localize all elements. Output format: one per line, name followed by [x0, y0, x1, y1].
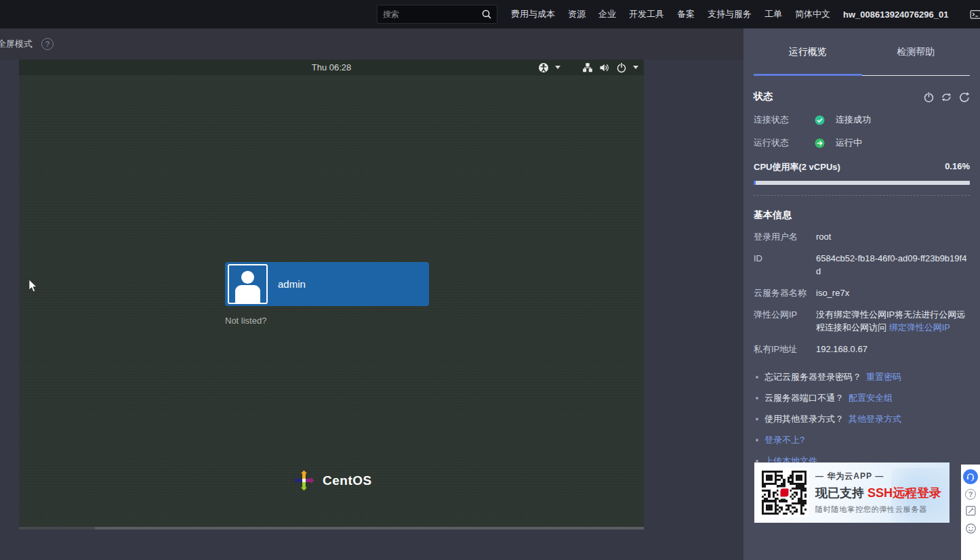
- gnome-top-bar: Thu 06:28: [19, 60, 644, 75]
- nav-enterprise[interactable]: 企业: [598, 8, 616, 20]
- server-id-value: 6584cb52-fb18-46f0-ad09-ff23b9b19f4d: [816, 252, 970, 278]
- volume-icon[interactable]: [599, 62, 610, 73]
- info-row-eip: 弹性公网IP 没有绑定弹性公网IP将无法进行公网远程连接和公网访问 绑定弹性公网…: [754, 308, 970, 334]
- list-item: 云服务器端口不通？ 配置安全组: [754, 392, 970, 404]
- connection-status-value: 连接成功: [836, 114, 871, 126]
- network-icon[interactable]: [582, 62, 593, 73]
- info-row-id: ID 6584cb52-fb18-46f0-ad09-ff23b9b19f4d: [754, 252, 970, 278]
- centos-branding: CentOS: [293, 470, 372, 491]
- info-row-private-ip: 私有IP地址 192.168.0.67: [754, 343, 970, 356]
- power-icon[interactable]: [616, 62, 627, 73]
- other-login-link[interactable]: 其他登录方式: [849, 413, 901, 425]
- huawei-app-banner[interactable]: — 华为云APP — 现已支持SSH远程登录 随时随地掌控您的弹性云服务器: [754, 462, 950, 523]
- feedback-form-icon[interactable]: [964, 504, 977, 517]
- huawei-cloud-console: 费用与成本 资源 企业 开发工具 备案 支持与服务 工单 简体中文 hw_008…: [0, 0, 980, 560]
- basic-info-heading: 基本信息: [754, 209, 792, 221]
- server-name-value: iso_re7x: [816, 286, 849, 299]
- status-row-connection: 连接状态 连接成功: [754, 114, 970, 126]
- gnome-status-icons: [538, 60, 638, 75]
- login-username-value: root: [816, 230, 831, 243]
- run-status-value: 运行中: [836, 137, 862, 149]
- connection-status-label: 连接状态: [754, 114, 815, 126]
- private-ip-value: 192.168.0.67: [816, 343, 867, 356]
- cannot-login-link[interactable]: 登录不上?: [764, 434, 804, 446]
- status-heading: 状态: [754, 91, 773, 103]
- list-item: 登录不上?: [754, 434, 970, 446]
- nav-language[interactable]: 简体中文: [795, 8, 830, 20]
- account-name[interactable]: hw_008613924076296_01: [843, 9, 948, 20]
- huawei-logo-icon: [779, 487, 790, 498]
- refresh-action-icon[interactable]: [958, 91, 970, 103]
- status-actions: [923, 91, 970, 103]
- tab-run-overview[interactable]: 运行概览: [754, 28, 862, 76]
- success-check-icon: [815, 115, 825, 125]
- search-input[interactable]: [377, 9, 481, 19]
- info-row-server-name: 云服务器名称 iso_re7x: [754, 286, 970, 299]
- run-status-label: 运行状态: [754, 137, 815, 149]
- cpu-usage-value: 0.16%: [945, 161, 970, 173]
- nav-billing[interactable]: 费用与成本: [511, 8, 555, 20]
- satisfaction-smiley-icon[interactable]: [964, 522, 977, 535]
- cpu-usage-row: CPU使用率(2 vCPUs) 0.16%: [754, 161, 970, 173]
- customer-service-icon[interactable]: [963, 469, 978, 484]
- vnc-screen[interactable]: Thu 06:28: [19, 60, 644, 527]
- qr-code: [760, 469, 809, 517]
- scrollbar-thumb[interactable]: [19, 527, 95, 530]
- fullscreen-help-icon[interactable]: ?: [41, 38, 54, 50]
- status-row-running: 运行状态 运行中: [754, 137, 970, 149]
- chevron-down-icon[interactable]: [555, 66, 560, 69]
- cpu-usage-bar: [754, 181, 970, 185]
- running-arrow-icon: [815, 138, 825, 148]
- info-row-username: 登录用户名 root: [754, 230, 970, 243]
- search-box[interactable]: [377, 5, 497, 24]
- security-group-link[interactable]: 配置安全组: [849, 392, 893, 404]
- tab-detect-help[interactable]: 检测帮助: [862, 28, 971, 76]
- vnc-toolbar: 全屏模式 ?: [0, 28, 743, 60]
- user-avatar-icon: [228, 264, 268, 304]
- user-tile-name: admin: [278, 278, 306, 290]
- cpu-usage-label: CPU使用率(2 vCPUs): [754, 161, 840, 173]
- not-listed-link[interactable]: Not listed?: [225, 316, 266, 326]
- banner-app-label: — 华为云APP —: [815, 471, 941, 482]
- fullscreen-mode-label[interactable]: 全屏模式: [0, 38, 33, 50]
- accessibility-icon[interactable]: [538, 62, 549, 73]
- topbar-icons: 6: [970, 9, 980, 20]
- cpu-usage-fill: [754, 181, 756, 185]
- banner-subline: 随时随地掌控您的弹性云服务器: [815, 504, 941, 515]
- panel-tabs: 运行概览 检测帮助: [754, 28, 970, 76]
- list-item: 忘记云服务器登录密码？ 重置密码: [754, 371, 970, 383]
- user-tile-admin[interactable]: admin: [225, 262, 429, 306]
- centos-logo-text: CentOS: [323, 473, 372, 488]
- nav-ticket[interactable]: 工单: [764, 8, 782, 20]
- top-bar: 费用与成本 资源 企业 开发工具 备案 支持与服务 工单 简体中文 hw_008…: [0, 0, 980, 28]
- power-action-icon[interactable]: [923, 91, 935, 103]
- dashed-divider: [754, 195, 970, 196]
- banner-headline: 现已支持SSH远程登录: [815, 485, 941, 501]
- bind-eip-link[interactable]: 绑定弹性公网IP: [889, 322, 950, 332]
- reset-password-link[interactable]: 重置密码: [866, 371, 901, 383]
- top-nav: 费用与成本 资源 企业 开发工具 备案 支持与服务 工单 简体中文: [511, 8, 830, 20]
- help-icon[interactable]: ?: [965, 489, 976, 500]
- list-item: 使用其他登录方式？ 其他登录方式: [754, 413, 970, 425]
- sync-action-icon[interactable]: [941, 91, 952, 103]
- floating-support-toolbar: ?: [961, 465, 980, 560]
- nav-devtools[interactable]: 开发工具: [629, 8, 664, 20]
- eip-value: 没有绑定弹性公网IP将无法进行公网远程连接和公网访问 绑定弹性公网IP: [816, 308, 970, 334]
- horizontal-scrollbar[interactable]: [19, 527, 644, 530]
- nav-icp[interactable]: 备案: [677, 8, 695, 20]
- chevron-down-icon[interactable]: [633, 66, 638, 69]
- console-terminal-icon[interactable]: [970, 9, 980, 20]
- nav-resources[interactable]: 资源: [568, 8, 586, 20]
- search-icon[interactable]: [481, 9, 492, 20]
- nav-support[interactable]: 支持与服务: [708, 8, 752, 20]
- centos-logo-icon: [293, 470, 314, 491]
